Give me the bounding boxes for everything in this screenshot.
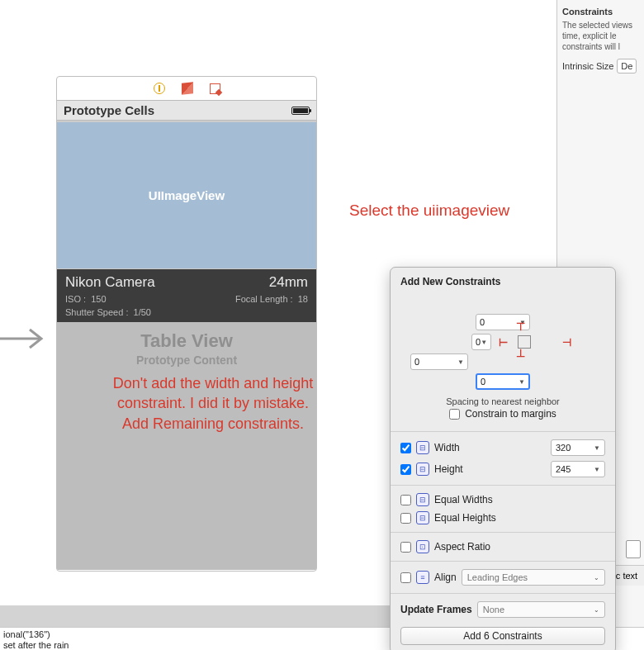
scene-toolbar [57,77,316,100]
width-label: Width [434,442,460,453]
first-responder-icon[interactable] [182,82,193,94]
cell-info[interactable]: Nikon Camera 24mm ISO : 150 Focal Length… [57,269,316,322]
shutter-label: Shutter Speed : [65,307,128,317]
intrinsic-size-label: Intrinsic Size [562,61,613,71]
align-checkbox[interactable] [400,572,411,583]
annotation-note: Don't add the width and height constrain… [106,373,320,434]
equal-heights-label: Equal Heights [434,512,496,524]
constraints-text: The selected views time, explicit le con… [562,20,639,52]
align-label: Align [434,572,457,583]
left-spacing-input[interactable]: 0▼ [471,334,491,350]
intrinsic-size-select[interactable]: De [617,59,637,74]
equal-widths-label: Equal Widths [434,494,493,505]
spacing-label: Spacing to nearest neighbor [391,396,615,406]
camera-name: Nikon Camera [65,274,155,291]
battery-icon [291,107,310,115]
height-value-input[interactable]: 245▼ [551,461,605,477]
height-checkbox[interactable] [400,464,411,475]
aspect-ratio-checkbox[interactable] [400,542,411,553]
equal-widths-checkbox[interactable] [400,495,411,505]
tableview-title: Table View [57,330,316,352]
constrain-margins-label: Constrain to margins [465,408,556,420]
right-spacing-input[interactable]: 0▼ [410,353,468,370]
width-value-input[interactable]: 320▼ [551,439,605,456]
exit-icon[interactable] [210,83,220,94]
popover-title: Add New Constraints [391,268,615,291]
align-select[interactable]: Leading Edges⌄ [462,569,605,586]
width-icon: ⊟ [416,441,429,454]
iso-value: 150 [91,294,106,304]
constrain-margins-checkbox[interactable] [449,409,460,420]
vc-icon[interactable] [154,83,165,94]
right-strut[interactable]: ⊣ [537,336,595,349]
bottom-spacing-input[interactable]: 0▼ [476,373,530,390]
shutter-value: 1/50 [134,307,151,317]
focal-value: 18 [298,294,308,304]
equal-widths-icon: ⊟ [416,493,429,506]
uiimageview-label: UIImageView [149,188,225,202]
prototype-cells-header: Prototype Cells [57,100,316,121]
initial-vc-arrow[interactable] [0,326,48,351]
tableview-subtitle: Prototype Content [57,353,316,367]
equal-heights-icon: ⊟ [416,511,429,524]
align-icon: ≡ [416,571,429,584]
iso-label: ISO : [65,294,86,304]
aspect-ratio-label: Aspect Ratio [434,541,490,553]
interface-builder-canvas[interactable]: Prototype Cells UIImageView Nikon Camera… [56,76,317,572]
top-strut[interactable]: ⊤ [516,320,525,333]
aspect-ratio-icon: ⊡ [416,540,429,553]
lens-value: 24mm [269,274,308,291]
document-icon[interactable] [626,540,641,558]
update-frames-label: Update Frames [400,604,472,615]
add-constraints-button[interactable]: Add 6 Constraints [400,627,605,645]
width-checkbox[interactable] [400,443,411,453]
focal-label: Focal Length : [235,294,293,304]
add-constraints-popover: Add New Constraints 0▼ 0▼ ⊢ ⊤ ⊥ ⊣ 0▼ 0▼ … [390,267,616,650]
constraints-heading: Constraints [562,7,639,17]
table-view-placeholder[interactable]: Table View Prototype Content [57,322,316,570]
left-strut[interactable]: ⊢ [495,336,511,349]
prototype-cells-label: Prototype Cells [64,103,154,117]
height-label: Height [434,463,463,475]
height-icon: ⊟ [416,463,429,476]
annotation-select: Select the uiimageview [349,202,509,220]
bottom-strut[interactable]: ⊥ [516,347,525,359]
equal-heights-checkbox[interactable] [400,513,411,524]
update-frames-select[interactable]: None⌄ [477,601,605,618]
uiimageview[interactable]: UIImageView [57,121,316,269]
